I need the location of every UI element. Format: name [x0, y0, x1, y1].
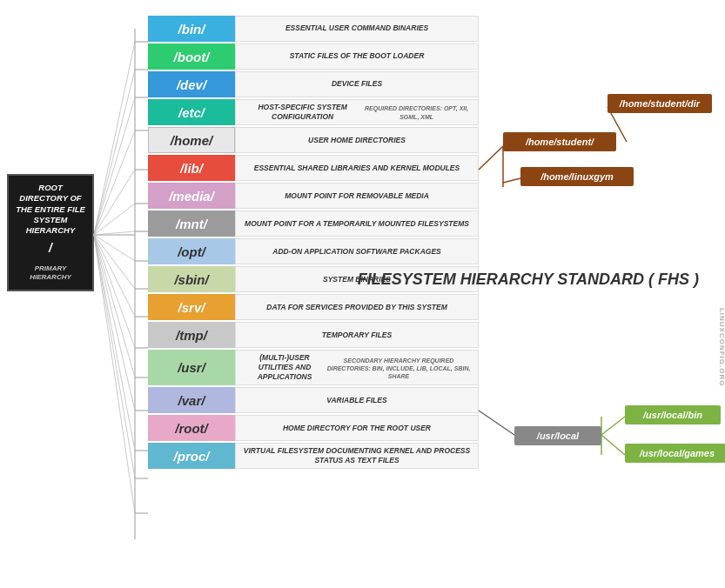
dir-desc-boot: STATIC FILES OF THE BOOT LOADER	[235, 43, 479, 70]
watermark: LINUXCONFIG.ORG	[719, 308, 726, 387]
dir-name-media: /media/	[148, 183, 235, 209]
dir-row-etc: /etc/HOST-SPECIFIC SYSTEM CONFIGURATIONR…	[148, 99, 479, 125]
dir-desc-var: VARIABLE FILES	[235, 387, 479, 413]
svg-line-24	[94, 231, 135, 235]
callout-home-student-dir: /home/student/dir	[608, 94, 712, 113]
dir-row-bin: /bin/ESSENTIAL USER COMMAND BINARIES	[148, 16, 479, 42]
dir-row-opt: /opt/ADD-ON APPLICATION SOFTWARE PACKAGE…	[148, 238, 479, 264]
root-label: ROOT DIRECTORY OF THE ENTIRE FILE SYSTEM…	[16, 183, 85, 235]
svg-line-40	[601, 417, 625, 435]
dir-desc-media: MOUNT POINT FOR REMOVABLE MEDIA	[235, 183, 479, 209]
dir-name-srv: /srv/	[148, 294, 235, 320]
svg-line-26	[94, 235, 135, 289]
callout-usr-local-bin: /usr/local/bin	[625, 405, 721, 424]
dir-row-lib: /lib/ESSENTIAL SHARED LIBRARIES AND KERN…	[148, 155, 479, 181]
dir-name-lib: /lib/	[148, 155, 235, 181]
fhs-title: FILESYSTEM HIERARCHY STANDARD ( FHS )	[358, 270, 699, 290]
callout-usr-local-games: /usr/local/games	[625, 444, 725, 463]
dir-row-home: /home/USER HOME DIRECTORIES	[148, 127, 479, 153]
dir-name-boot: /boot/	[148, 43, 235, 70]
dir-name-bin: /bin/	[148, 16, 235, 42]
dir-desc-mnt: MOUNT POINT FOR A TEMPORARILY MOUNTED FI…	[235, 210, 479, 237]
dir-desc-usr: (MULTI-)USER UTILITIES AND APPLICATIONSS…	[235, 350, 479, 385]
svg-line-18	[94, 42, 135, 235]
svg-line-28	[94, 235, 135, 348]
callout-usr-local: /usr/local	[514, 426, 601, 445]
svg-line-25	[94, 235, 135, 261]
dir-name-opt: /opt/	[148, 238, 235, 264]
callout-usr-local-label: /usr/local	[537, 431, 579, 441]
dir-desc-opt: ADD-ON APPLICATION SOFTWARE PACKAGES	[235, 238, 479, 264]
dir-name-sbin: /sbin/	[148, 266, 235, 292]
dir-name-tmp: /tmp/	[148, 322, 235, 348]
dir-name-var: /var/	[148, 387, 235, 413]
dir-row-tmp: /tmp/TEMPORARY FILES	[148, 322, 479, 348]
callout-home-student-dir-label: /home/student/dir	[620, 98, 700, 109]
dir-desc-etc: HOST-SPECIFIC SYSTEM CONFIGURATIONREQUIR…	[235, 99, 479, 125]
svg-line-32	[94, 235, 135, 478]
root-slash: /	[14, 240, 87, 256]
dir-name-proc: /proc/	[148, 443, 235, 469]
dir-row-mnt: /mnt/MOUNT POINT FOR A TEMPORARILY MOUNT…	[148, 210, 479, 237]
dir-desc-proc: VIRTUAL FILESYSTEM DOCUMENTING KERNEL AN…	[235, 443, 479, 469]
svg-line-31	[94, 235, 135, 451]
dir-desc-lib: ESSENTIAL SHARED LIBRARIES AND KERNEL MO…	[235, 155, 479, 181]
svg-line-39	[479, 411, 514, 435]
callout-home-student-label: /home/student/	[526, 137, 594, 147]
dir-row-proc: /proc/VIRTUAL FILESYSTEM DOCUMENTING KER…	[148, 443, 479, 469]
dir-row-media: /media/MOUNT POINT FOR REMOVABLE MEDIA	[148, 183, 479, 209]
dir-desc-home: USER HOME DIRECTORIES	[235, 127, 479, 153]
dir-desc-dev: DEVICE FILES	[235, 71, 479, 97]
dir-row-dev: /dev/DEVICE FILES	[148, 71, 479, 97]
dir-name-home: /home/	[148, 127, 235, 153]
root-directory-box: ROOT DIRECTORY OF THE ENTIRE FILE SYSTEM…	[7, 174, 94, 291]
svg-line-34	[479, 146, 503, 170]
dir-name-mnt: /mnt/	[148, 210, 235, 237]
svg-line-20	[94, 97, 135, 235]
dir-row-root: /root/HOME DIRECTORY FOR THE ROOT USER	[148, 415, 479, 441]
primary-hierarchy-label: PRIMARY HIERARCHY	[14, 264, 87, 283]
dir-row-var: /var/VARIABLE FILES	[148, 387, 479, 413]
watermark-text: LINUXCONFIG.ORG	[719, 308, 726, 387]
dir-row-boot: /boot/STATIC FILES OF THE BOOT LOADER	[148, 43, 479, 70]
dir-desc-root: HOME DIRECTORY FOR THE ROOT USER	[235, 415, 479, 441]
svg-line-21	[94, 130, 135, 235]
dir-row-srv: /srv/DATA FOR SERVICES PROVIDED BY THIS …	[148, 294, 479, 320]
svg-line-33	[94, 235, 135, 513]
directory-table: /bin/ESSENTIAL USER COMMAND BINARIES/boo…	[148, 16, 479, 471]
fhs-title-text: FILESYSTEM HIERARCHY STANDARD ( FHS )	[358, 271, 699, 288]
dir-name-dev: /dev/	[148, 71, 235, 97]
svg-line-30	[94, 235, 135, 411]
callout-home-linuxgym: /home/linuxgym	[520, 167, 634, 186]
dir-name-usr: /usr/	[148, 350, 235, 385]
dir-desc-tmp: TEMPORARY FILES	[235, 322, 479, 348]
callout-usr-local-bin-label: /usr/local/bin	[643, 410, 702, 420]
callout-usr-local-games-label: /usr/local/games	[640, 448, 715, 458]
dir-name-root: /root/	[148, 415, 235, 441]
dir-desc-bin: ESSENTIAL USER COMMAND BINARIES	[235, 16, 479, 42]
callout-home-linuxgym-label: /home/linuxgym	[540, 171, 614, 182]
dir-name-etc: /etc/	[148, 99, 235, 125]
dir-desc-srv: DATA FOR SERVICES PROVIDED BY THIS SYSTE…	[235, 294, 479, 320]
svg-line-27	[94, 235, 135, 317]
dir-row-usr: /usr/(MULTI-)USER UTILITIES AND APPLICAT…	[148, 350, 479, 385]
svg-line-22	[94, 170, 135, 235]
main-container: ROOT DIRECTORY OF THE ENTIRE FILE SYSTEM…	[0, 0, 725, 588]
callout-home-student: /home/student/	[503, 132, 616, 151]
svg-line-37	[503, 178, 520, 183]
svg-line-19	[94, 70, 135, 235]
svg-line-41	[601, 435, 625, 455]
svg-line-23	[94, 204, 135, 235]
svg-line-29	[94, 235, 135, 378]
